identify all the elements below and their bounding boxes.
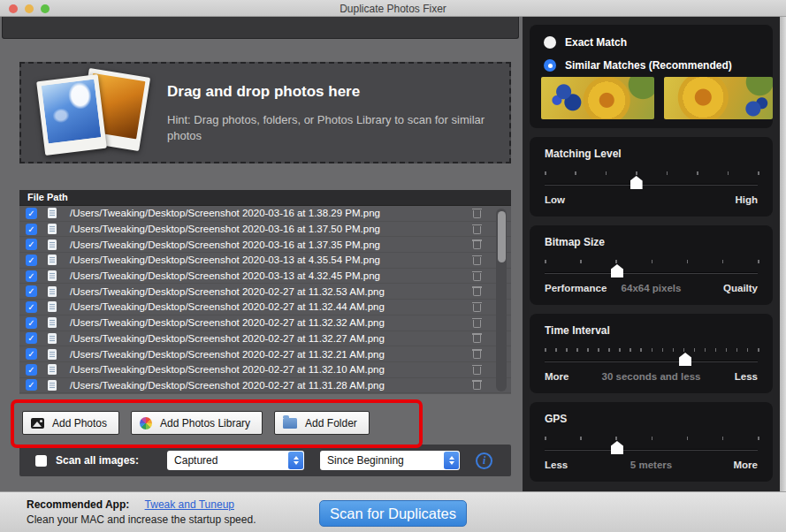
file-list-row[interactable]: /Users/Tweaking/Desktop/Screenshot 2020-… <box>19 269 511 285</box>
row-checkbox[interactable] <box>26 208 37 219</box>
slider-track[interactable] <box>545 259 758 278</box>
match-mode-card: Exact Match Similar Matches (Recommended… <box>530 25 773 128</box>
slider-card-matching-level: Matching Level Low High <box>530 137 773 217</box>
file-path-text: /Users/Tweaking/Desktop/Screenshot 2020-… <box>70 349 385 360</box>
exact-match-option[interactable]: Exact Match <box>544 36 627 49</box>
row-checkbox[interactable] <box>26 285 37 297</box>
row-checkbox[interactable] <box>26 332 37 344</box>
slider-right-label: Quailty <box>723 283 758 293</box>
file-list-row[interactable]: /Users/Tweaking/Desktop/Screenshot 2020-… <box>19 346 511 362</box>
add-photos-library-button[interactable]: Add Photos Library <box>131 411 263 435</box>
slider-tick <box>630 348 631 352</box>
row-checkbox[interactable] <box>26 379 37 391</box>
sample-image-left <box>541 77 654 119</box>
date-range-dropdown[interactable]: Since Beginning <box>320 451 460 470</box>
slider-tick <box>652 348 653 352</box>
slider-track[interactable] <box>545 171 758 190</box>
slider-thumb[interactable] <box>630 176 643 189</box>
file-list-row[interactable]: /Users/Tweaking/Desktop/Screenshot 2020-… <box>19 253 511 269</box>
trash-icon[interactable] <box>473 239 481 249</box>
slider-thumb[interactable] <box>611 264 623 277</box>
scrollbar-thumb[interactable] <box>498 211 506 262</box>
add-folder-button[interactable]: Add Folder <box>274 411 370 435</box>
slider-title: Matching Level <box>545 148 622 160</box>
slider-tick <box>758 260 759 263</box>
row-checkbox[interactable] <box>26 317 37 329</box>
trash-icon[interactable] <box>473 318 481 328</box>
document-icon <box>48 270 57 281</box>
slider-tick <box>580 260 582 263</box>
radio-icon[interactable] <box>544 36 556 49</box>
slider-tick <box>758 171 759 175</box>
file-list-row[interactable]: /Users/Tweaking/Desktop/Screenshot 2020-… <box>19 378 511 393</box>
left-panel: Drag and drop photos here Hint: Drag pho… <box>0 17 523 491</box>
file-list-row[interactable]: /Users/Tweaking/Desktop/Screenshot 2020-… <box>19 284 511 300</box>
window-title: Duplicate Photos Fixer <box>0 3 786 15</box>
file-list-row[interactable]: /Users/Tweaking/Desktop/Screenshot 2020-… <box>19 300 511 315</box>
file-path-text: /Users/Tweaking/Desktop/Screenshot 2020-… <box>70 239 380 250</box>
folder-icon <box>283 418 297 429</box>
file-list-row[interactable]: /Users/Tweaking/Desktop/Screenshot 2020-… <box>19 222 511 238</box>
document-icon <box>48 301 57 312</box>
radio-selected-icon[interactable] <box>544 59 556 72</box>
row-checkbox[interactable] <box>26 239 37 250</box>
document-icon <box>48 317 57 328</box>
dropzone[interactable]: Drag and drop photos here Hint: Drag pho… <box>19 62 511 163</box>
file-list-row[interactable]: /Users/Tweaking/Desktop/Screenshot 2020-… <box>19 362 511 378</box>
slider-thumb[interactable] <box>679 353 691 366</box>
scan-for-duplicates-button[interactable]: Scan for Duplicates <box>319 500 467 527</box>
trash-icon[interactable] <box>473 365 481 375</box>
row-checkbox[interactable] <box>26 255 37 266</box>
slider-tick <box>758 348 759 352</box>
trash-icon[interactable] <box>473 380 481 390</box>
add-photos-button[interactable]: Add Photos <box>22 411 119 435</box>
slider-tick <box>652 260 653 263</box>
slider-track[interactable] <box>545 436 758 455</box>
slider-tick <box>715 348 717 352</box>
file-list-row[interactable]: /Users/Tweaking/Desktop/Screenshot 2020-… <box>19 331 511 347</box>
tweak-and-tuneup-link[interactable]: Tweak and Tuneup <box>145 498 234 511</box>
scan-all-images-checkbox[interactable] <box>35 455 47 467</box>
date-range-dropdown-value: Since Beginning <box>320 454 404 467</box>
trash-icon[interactable] <box>473 349 481 359</box>
row-checkbox[interactable] <box>26 301 37 313</box>
file-path-text: /Users/Tweaking/Desktop/Screenshot 2020-… <box>70 208 380 218</box>
slider-tick <box>728 171 729 175</box>
document-icon <box>48 208 57 218</box>
slider-tick <box>736 348 738 352</box>
slider-track[interactable] <box>545 347 758 367</box>
stepper-icon <box>444 452 459 469</box>
trash-icon[interactable] <box>473 255 481 265</box>
slider-tick <box>636 171 637 175</box>
similar-matches-option[interactable]: Similar Matches (Recommended) <box>544 59 732 72</box>
trash-icon[interactable] <box>473 333 481 343</box>
file-path-text: /Users/Tweaking/Desktop/Screenshot 2020-… <box>70 286 385 297</box>
trash-icon[interactable] <box>473 286 481 296</box>
slider-thumb[interactable] <box>611 441 623 454</box>
scan-all-images-label: Scan all images: <box>56 454 139 467</box>
slider-tick <box>606 171 607 175</box>
row-checkbox[interactable] <box>26 224 37 235</box>
row-checkbox[interactable] <box>26 348 37 360</box>
info-icon[interactable]: i <box>476 452 492 469</box>
file-list-row[interactable]: /Users/Tweaking/Desktop/Screenshot 2020-… <box>19 315 511 331</box>
footer-bar: Recommended App: Tweak and Tuneup Clean … <box>0 491 786 532</box>
trash-icon[interactable] <box>473 224 481 234</box>
file-list-row[interactable]: /Users/Tweaking/Desktop/Screenshot 2020-… <box>19 206 511 222</box>
slider-tick <box>694 348 696 352</box>
file-list-rows: /Users/Tweaking/Desktop/Screenshot 2020-… <box>19 206 511 393</box>
row-checkbox[interactable] <box>26 270 37 282</box>
slider-tick <box>722 437 724 440</box>
settings-panel: Exact Match Similar Matches (Recommended… <box>523 17 780 491</box>
trash-icon[interactable] <box>473 302 481 312</box>
captured-dropdown[interactable]: Captured <box>167 451 304 470</box>
file-path-text: /Users/Tweaking/Desktop/Screenshot 2020-… <box>70 364 385 375</box>
trash-icon[interactable] <box>473 209 481 218</box>
file-list-row[interactable]: /Users/Tweaking/Desktop/Screenshot 2020-… <box>19 237 511 253</box>
slider-tick <box>722 260 724 263</box>
trash-icon[interactable] <box>473 271 481 281</box>
row-checkbox[interactable] <box>26 364 37 376</box>
slider-tick <box>697 171 698 175</box>
slider-tick <box>580 437 582 440</box>
file-list-scrollbar[interactable] <box>496 209 507 391</box>
